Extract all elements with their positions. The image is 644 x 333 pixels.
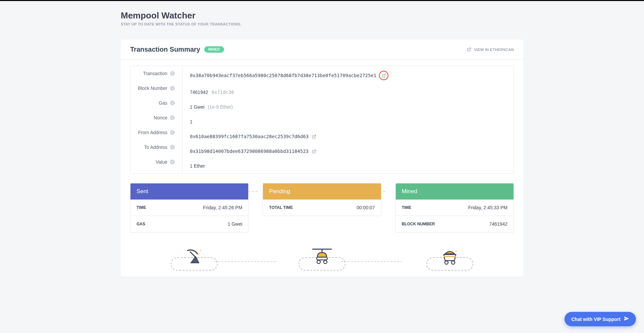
value-value: 1 Ether bbox=[182, 159, 514, 173]
label-block: Block Number bbox=[130, 81, 182, 96]
mined-time-value: Friday, 2:45:33 PM bbox=[468, 205, 507, 210]
status-line: BLOCK NUMBER 7461942 bbox=[396, 216, 514, 232]
label-to: To Address bbox=[130, 140, 182, 155]
status-line: GAS 1 Gwei bbox=[130, 216, 248, 232]
helicopter-icon bbox=[310, 246, 334, 267]
label-nonce: Nonce bbox=[130, 110, 182, 125]
block-number: 7461942 bbox=[190, 90, 208, 95]
sent-time-label: TIME bbox=[137, 205, 146, 210]
minecart-icon bbox=[439, 248, 461, 267]
status-line: TIME Friday, 2:45:33 PM bbox=[396, 200, 514, 216]
from-external-link[interactable] bbox=[312, 134, 316, 139]
value-gas: 1 Gwei (1e-9 Ether) bbox=[182, 100, 514, 114]
transaction-summary-card: Transaction Summary MINED VIEW IN ETHERS… bbox=[121, 40, 523, 277]
sent-gas-label: GAS bbox=[137, 222, 145, 226]
info-icon[interactable] bbox=[170, 101, 175, 105]
info-icon[interactable] bbox=[170, 145, 175, 150]
value-to: 0x31b98d14007bdee637298086988a0bbd311845… bbox=[182, 144, 514, 159]
info-icon[interactable] bbox=[170, 71, 175, 76]
nonce-value: 1 bbox=[190, 119, 193, 124]
page-title: Mempool Watcher bbox=[121, 10, 523, 21]
info-icon[interactable] bbox=[170, 86, 175, 91]
illustration-pickaxe bbox=[167, 247, 221, 271]
gas-note: (1e-9 Ether) bbox=[208, 104, 233, 110]
svg-point-15 bbox=[451, 261, 455, 264]
sent-time-value: Friday, 2:45:26 PM bbox=[203, 205, 242, 210]
illustration-helicopter bbox=[295, 247, 349, 271]
view-in-etherscan-button[interactable]: VIEW IN ETHERSCAN bbox=[467, 47, 514, 52]
info-icon[interactable] bbox=[170, 115, 175, 120]
value-from: 0x610ae88399fc1687fa7530aac28ec2539c7d6d… bbox=[182, 129, 514, 144]
svg-marker-6 bbox=[200, 250, 201, 251]
svg-line-2 bbox=[314, 135, 316, 137]
svg-marker-16 bbox=[455, 251, 457, 252]
status-row: Sent TIME Friday, 2:45:26 PM GAS 1 Gwei … bbox=[130, 183, 514, 232]
svg-point-12 bbox=[324, 260, 327, 264]
pending-total-label: TOTAL TIME bbox=[269, 205, 293, 210]
label-gas: Gas bbox=[130, 96, 182, 110]
transaction-hash: 0x38a70b943eacf37eb566a5980c25078d68fb7d… bbox=[190, 73, 376, 78]
svg-point-11 bbox=[317, 260, 320, 264]
label-transaction: Transaction bbox=[130, 66, 182, 81]
illustration-row bbox=[130, 247, 514, 271]
mined-time-label: TIME bbox=[402, 205, 412, 210]
info-icon[interactable] bbox=[170, 130, 175, 135]
gas-amount: 1 Gwei bbox=[190, 104, 205, 110]
svg-line-0 bbox=[469, 48, 471, 50]
to-external-link[interactable] bbox=[312, 149, 316, 154]
status-line: TOTAL TIME 00:00:07 bbox=[263, 200, 381, 216]
pickaxe-icon bbox=[184, 248, 204, 267]
summary-labels: Transaction Block Number Gas Nonce From … bbox=[130, 66, 182, 173]
card-title: Transaction Summary bbox=[130, 46, 200, 53]
svg-marker-7 bbox=[199, 253, 200, 254]
info-icon[interactable] bbox=[170, 160, 175, 164]
page-container: Mempool Watcher STAY UP TO DATE WITH THE… bbox=[104, 1, 540, 293]
svg-point-14 bbox=[445, 261, 448, 264]
pending-total-value: 00:00:07 bbox=[357, 205, 375, 210]
view-in-etherscan-label: VIEW IN ETHERSCAN bbox=[474, 48, 514, 52]
svg-line-1 bbox=[383, 74, 385, 76]
svg-line-3 bbox=[314, 150, 316, 152]
block-hex: 0x71dc36 bbox=[212, 90, 234, 95]
highlighted-external-link bbox=[379, 71, 388, 80]
svg-line-5 bbox=[190, 252, 197, 259]
svg-rect-10 bbox=[317, 257, 327, 260]
status-title-pending: Pending bbox=[263, 183, 381, 200]
label-from: From Address bbox=[130, 125, 182, 140]
summary-body: Transaction Block Number Gas Nonce From … bbox=[121, 60, 523, 277]
status-title-mined: Mined bbox=[396, 183, 514, 200]
svg-marker-4 bbox=[191, 257, 199, 263]
status-badge: MINED bbox=[204, 46, 224, 53]
status-title-sent: Sent bbox=[130, 183, 248, 200]
transaction-external-link[interactable] bbox=[382, 73, 386, 78]
summary-table: Transaction Block Number Gas Nonce From … bbox=[130, 66, 514, 174]
status-card-mined: Mined TIME Friday, 2:45:33 PM BLOCK NUMB… bbox=[395, 183, 514, 232]
status-line: TIME Friday, 2:45:26 PM bbox=[130, 200, 248, 216]
value-transaction: 0x38a70b943eacf37eb566a5980c25078d68fb7d… bbox=[182, 66, 514, 85]
status-card-sent: Sent TIME Friday, 2:45:26 PM GAS 1 Gwei bbox=[130, 183, 249, 232]
illustration-minecart bbox=[423, 247, 477, 271]
card-header: Transaction Summary MINED VIEW IN ETHERS… bbox=[121, 40, 523, 60]
from-address: 0x610ae88399fc1687fa7530aac28ec2539c7d6d… bbox=[190, 134, 309, 139]
value-nonce: 1 bbox=[182, 114, 514, 129]
connector-line bbox=[341, 261, 402, 262]
value-block: 7461942 0x71dc36 bbox=[182, 85, 514, 100]
summary-values: 0x38a70b943eacf37eb566a5980c25078d68fb7d… bbox=[182, 66, 514, 173]
external-link-icon bbox=[467, 47, 471, 52]
sent-gas-value: 1 Gwei bbox=[228, 221, 243, 227]
label-value: Value bbox=[130, 155, 182, 169]
mined-block-label: BLOCK NUMBER bbox=[402, 222, 435, 226]
page-subtitle: STAY UP TO DATE WITH THE STATUS OF YOUR … bbox=[121, 22, 523, 26]
ether-value: 1 Ether bbox=[190, 163, 205, 169]
status-card-pending: Pending TOTAL TIME 00:00:07 bbox=[263, 183, 381, 216]
mined-block-value: 7461942 bbox=[489, 221, 507, 227]
to-address: 0x31b98d14007bdee637298086988a0bbd311845… bbox=[190, 149, 309, 154]
connector-line bbox=[215, 261, 276, 262]
